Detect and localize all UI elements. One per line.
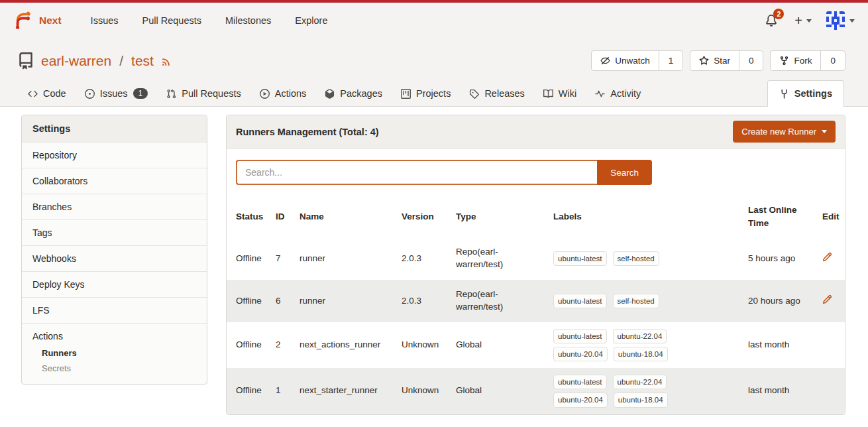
create-new-menu[interactable]: +: [794, 14, 812, 27]
pull-request-icon: [166, 89, 176, 99]
fork-button[interactable]: Fork: [771, 51, 820, 70]
forks-count[interactable]: 0: [820, 51, 845, 70]
brand-name: Next: [39, 15, 62, 27]
edit-runner-button[interactable]: [822, 294, 832, 304]
sidebar-item-tags[interactable]: Tags: [22, 219, 207, 245]
sidebar-item-secrets[interactable]: Secrets: [22, 361, 207, 376]
play-circle-icon: [260, 89, 270, 99]
runners-panel: Runners Management (Total: 4) Create new…: [226, 115, 845, 415]
repo-separator: /: [118, 53, 125, 69]
col-labels: Labels: [549, 196, 744, 237]
col-edit: Edit: [818, 196, 845, 237]
runner-name: next_actions_runner: [296, 322, 398, 368]
navbar: Next Issues Pull Requests Milestones Exp…: [0, 3, 868, 38]
sidebar-item-runners[interactable]: Runners: [22, 345, 207, 361]
runner-last-online: last month: [744, 368, 818, 414]
search-input[interactable]: [236, 160, 597, 185]
tag-icon: [469, 89, 479, 99]
runner-last-online: last month: [744, 322, 818, 368]
tab-wiki[interactable]: Wiki: [534, 81, 586, 106]
notifications-button[interactable]: 2: [763, 12, 780, 29]
repo-icon: [17, 52, 34, 70]
stars-count[interactable]: 0: [739, 51, 763, 70]
runner-version: 2.0.3: [398, 237, 452, 280]
tab-actions[interactable]: Actions: [250, 81, 316, 106]
label-chip: ubuntu-latest: [553, 375, 607, 389]
runner-labels: ubuntu-latest self-hosted: [553, 294, 673, 308]
sidebar-item-deploy-keys[interactable]: Deploy Keys: [22, 271, 207, 297]
label-chip: self-hosted: [613, 294, 659, 308]
runners-panel-wrap: Runners Management (Total: 4) Create new…: [226, 115, 845, 415]
label-chip: ubuntu-18.04: [614, 347, 668, 361]
tab-settings[interactable]: Settings: [767, 80, 844, 107]
panel-header: Runners Management (Total: 4) Create new…: [227, 115, 845, 149]
tab-packages[interactable]: Packages: [315, 81, 392, 106]
label-chip: ubuntu-22.04: [613, 375, 667, 389]
runner-type: Global: [452, 368, 549, 414]
eye-slash-icon: [600, 56, 610, 66]
runner-status: Offline: [227, 237, 272, 280]
nav-milestones[interactable]: Milestones: [213, 9, 283, 32]
label-chip: ubuntu-20.04: [553, 347, 608, 361]
tab-code[interactable]: Code: [19, 81, 76, 106]
fork-icon: [779, 56, 789, 66]
sidebar-item-repository[interactable]: Repository: [22, 142, 207, 168]
chevron-down-icon: [822, 130, 827, 133]
col-type: Type: [452, 196, 549, 237]
runner-status: Offline: [227, 368, 272, 414]
create-new-runner-button[interactable]: Create new Runner: [733, 121, 836, 143]
repo-owner-link[interactable]: earl-warren: [41, 53, 111, 69]
runner-last-online: 5 hours ago: [744, 237, 818, 280]
sidebar-item-webhooks[interactable]: Webhooks: [22, 245, 207, 271]
table-row: Offline 6 runner 2.0.3 Repo(earl-warren/…: [227, 280, 845, 322]
search-button[interactable]: Search: [597, 160, 652, 185]
nav-pull-requests[interactable]: Pull Requests: [131, 9, 213, 32]
user-menu[interactable]: [826, 11, 855, 30]
edit-runner-button[interactable]: [822, 252, 832, 262]
tab-label: Wiki: [559, 88, 576, 99]
sidebar-item-collaborators[interactable]: Collaborators: [22, 168, 207, 194]
star-button-group: Star 0: [690, 50, 763, 71]
star-icon: [699, 56, 709, 66]
nav-issues[interactable]: Issues: [79, 9, 131, 32]
label-chip: ubuntu-latest: [553, 251, 607, 266]
star-label: Star: [714, 56, 730, 66]
col-name: Name: [296, 196, 398, 237]
rss-feed-icon[interactable]: [160, 55, 172, 67]
sidebar-item-lfs[interactable]: LFS: [22, 297, 207, 323]
sidebar-item-actions[interactable]: Actions: [22, 331, 207, 345]
tab-projects[interactable]: Projects: [392, 81, 460, 106]
tab-releases[interactable]: Releases: [460, 81, 533, 106]
runner-name: next_starter_runner: [296, 368, 398, 414]
label-chip: ubuntu-18.04: [614, 393, 668, 407]
runner-id: 6: [272, 280, 296, 322]
search-row: Search: [227, 149, 845, 196]
repo-title: earl-warren/test: [17, 52, 172, 70]
notification-count-badge: 2: [773, 9, 784, 19]
col-id: ID: [272, 196, 296, 237]
book-icon: [543, 89, 553, 99]
wrench-icon: [779, 89, 789, 99]
settings-content: Settings Repository Collaborators Branch…: [0, 107, 868, 427]
label-chip: ubuntu-latest: [553, 329, 607, 343]
chevron-down-icon: [849, 19, 855, 23]
tab-pull-requests[interactable]: Pull Requests: [157, 81, 250, 106]
tab-label: Activity: [610, 88, 641, 99]
sidebar-title: Settings: [22, 115, 207, 142]
runner-name: runner: [296, 237, 398, 280]
home-logo-link[interactable]: Next: [13, 11, 62, 30]
sidebar-item-branches[interactable]: Branches: [22, 194, 207, 219]
runner-version: Unknown: [398, 368, 452, 414]
runner-status: Offline: [227, 280, 272, 322]
watchers-count[interactable]: 1: [659, 51, 683, 70]
issues-count-badge: 1: [133, 88, 148, 99]
nav-explore[interactable]: Explore: [283, 9, 339, 32]
unwatch-button[interactable]: Unwatch: [592, 51, 659, 70]
repo-name-link[interactable]: test: [131, 53, 154, 69]
label-chip: self-hosted: [613, 251, 659, 266]
runner-type: Repo(earl-warren/test): [452, 237, 549, 280]
star-button[interactable]: Star: [690, 51, 739, 70]
tab-activity[interactable]: Activity: [586, 81, 650, 106]
code-icon: [28, 89, 38, 99]
tab-issues[interactable]: Issues 1: [76, 81, 158, 106]
